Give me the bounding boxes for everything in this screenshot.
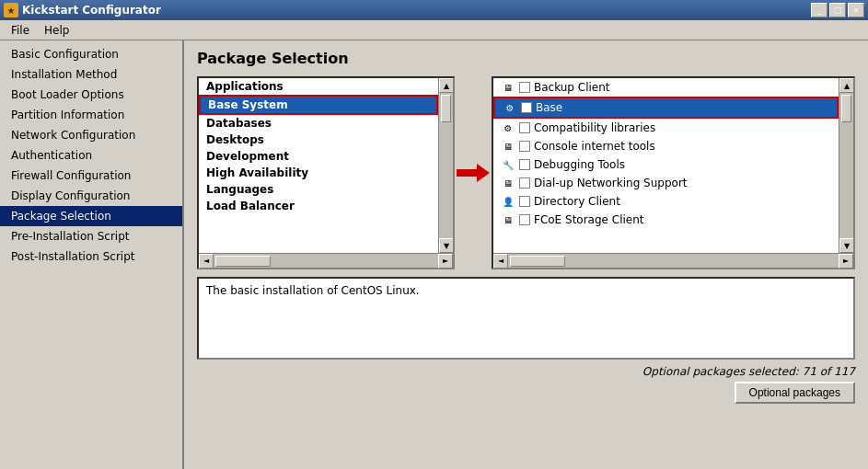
- hscroll-thumb[interactable]: [510, 256, 565, 267]
- pkg-icon: 🖥: [501, 139, 515, 154]
- sidebar-item-installation-method[interactable]: Installation Method: [0, 64, 182, 85]
- minimize-button[interactable]: _: [811, 3, 827, 17]
- scroll-track: [439, 93, 453, 238]
- optional-text: Optional packages selected: 71 of 117: [197, 365, 855, 378]
- scroll-thumb[interactable]: [841, 95, 851, 122]
- scroll-up-btn[interactable]: ▲: [439, 78, 453, 93]
- list-item[interactable]: Base System: [199, 95, 438, 115]
- window-title: Kickstart Configurator: [22, 4, 161, 17]
- list-item[interactable]: Applications: [199, 78, 438, 95]
- sidebar: Basic Configuration Installation Method …: [0, 40, 184, 469]
- pkg-checkbox[interactable]: [521, 102, 532, 113]
- category-list-scrollbar[interactable]: ▲ ▼: [438, 78, 453, 253]
- list-item[interactable]: ⚙ Compatibility libraries: [493, 119, 839, 137]
- hscroll-thumb[interactable]: [215, 256, 271, 267]
- pkg-checkbox[interactable]: [519, 82, 530, 93]
- list-item[interactable]: ⚙ Base: [493, 97, 839, 119]
- list-item[interactable]: Development: [199, 148, 438, 165]
- arrow-container: [455, 76, 492, 269]
- scroll-left-btn[interactable]: ◄: [199, 254, 214, 269]
- list-item[interactable]: Databases: [199, 115, 438, 132]
- menu-file[interactable]: File: [4, 22, 37, 39]
- pkg-checkbox[interactable]: [519, 177, 530, 189]
- maximize-button[interactable]: □: [829, 3, 846, 17]
- item-label: Base: [536, 101, 562, 114]
- page-title: Package Selection: [197, 50, 855, 67]
- pkg-icon: 🖥: [501, 176, 515, 190]
- sidebar-item-basic-configuration[interactable]: Basic Configuration: [0, 44, 182, 64]
- item-label: Backup Client: [534, 81, 610, 94]
- pkg-checkbox[interactable]: [519, 122, 530, 133]
- item-label: Debugging Tools: [534, 158, 625, 171]
- list-item[interactable]: High Availability: [199, 165, 438, 181]
- scroll-left-btn[interactable]: ◄: [493, 254, 508, 269]
- pkg-checkbox[interactable]: [519, 141, 530, 152]
- item-label: Databases: [206, 117, 272, 130]
- package-lists-row: Applications Base System Databases Deskt…: [197, 76, 855, 269]
- pkg-checkbox[interactable]: [519, 214, 530, 225]
- category-list-panel: Applications Base System Databases Deskt…: [197, 76, 455, 269]
- hscroll-track: [508, 254, 839, 268]
- sidebar-item-post-installation-script[interactable]: Post-Installation Script: [0, 246, 182, 267]
- scroll-thumb[interactable]: [441, 95, 451, 122]
- scroll-track: [839, 93, 853, 238]
- item-label: Directory Client: [534, 195, 620, 208]
- description-text: The basic installation of CentOS Linux.: [206, 284, 420, 297]
- title-bar: ★ Kickstart Configurator _ □ ×: [0, 0, 868, 20]
- item-label: FCoE Storage Client: [534, 213, 644, 226]
- app-icon: ★: [4, 3, 18, 17]
- arrow-icon: [457, 162, 490, 184]
- description-box: The basic installation of CentOS Linux.: [197, 277, 855, 360]
- list-item[interactable]: Desktops: [199, 132, 438, 148]
- scroll-down-btn[interactable]: ▼: [839, 238, 853, 253]
- package-list-scroll-container: 🖥 Backup Client ⚙ Base ⚙ Compati: [493, 78, 853, 253]
- list-item[interactable]: 👤 Directory Client: [493, 192, 839, 211]
- item-label: Compatibility libraries: [534, 121, 655, 134]
- optional-packages-button[interactable]: Optional packages: [735, 382, 855, 404]
- category-list-hscrollbar[interactable]: ◄ ►: [199, 253, 453, 268]
- item-label: Console internet tools: [534, 140, 655, 153]
- list-item[interactable]: 🖥 Dial-up Networking Support: [493, 174, 839, 192]
- list-item[interactable]: Languages: [199, 181, 438, 198]
- item-label: High Availability: [206, 166, 308, 179]
- scroll-down-btn[interactable]: ▼: [439, 238, 453, 253]
- package-list-hscrollbar[interactable]: ◄ ►: [493, 253, 853, 268]
- pkg-icon: 🖥: [501, 212, 515, 227]
- list-item[interactable]: 🖥 FCoE Storage Client: [493, 211, 839, 229]
- sidebar-item-pre-installation-script[interactable]: Pre-Installation Script: [0, 226, 182, 246]
- right-arrow-svg: [457, 162, 490, 184]
- list-item[interactable]: 🖥 Console internet tools: [493, 137, 839, 155]
- title-bar-left: ★ Kickstart Configurator: [4, 3, 161, 17]
- sidebar-item-partition-information[interactable]: Partition Information: [0, 105, 182, 125]
- pkg-checkbox[interactable]: [519, 196, 530, 207]
- content-area: Package Selection Applications Base Syst…: [184, 40, 868, 469]
- item-label: Applications: [206, 80, 284, 93]
- scroll-up-btn[interactable]: ▲: [839, 78, 853, 93]
- package-list-scrollbar[interactable]: ▲ ▼: [839, 78, 853, 253]
- sidebar-item-firewall-configuration[interactable]: Firewall Configuration: [0, 166, 182, 186]
- scroll-right-btn[interactable]: ►: [438, 254, 453, 269]
- sidebar-item-display-configuration[interactable]: Display Configuration: [0, 186, 182, 206]
- pkg-icon: 🔧: [501, 157, 515, 172]
- sidebar-item-network-configuration[interactable]: Network Configuration: [0, 125, 182, 145]
- svg-marker-0: [457, 164, 490, 182]
- item-label: Dial-up Networking Support: [534, 177, 688, 189]
- menu-help[interactable]: Help: [37, 22, 76, 39]
- list-item[interactable]: 🔧 Debugging Tools: [493, 155, 839, 174]
- item-label: Desktops: [206, 133, 264, 146]
- sidebar-item-boot-loader-options[interactable]: Boot Loader Options: [0, 85, 182, 105]
- close-button[interactable]: ×: [848, 3, 864, 17]
- pkg-icon: ⚙: [501, 120, 515, 135]
- sidebar-item-package-selection[interactable]: Package Selection: [0, 206, 182, 226]
- pkg-checkbox[interactable]: [519, 159, 530, 170]
- menu-bar: File Help: [0, 20, 868, 40]
- pkg-icon: 🖥: [501, 80, 515, 95]
- sidebar-item-authentication[interactable]: Authentication: [0, 145, 182, 166]
- category-list: Applications Base System Databases Deskt…: [199, 78, 438, 253]
- list-item[interactable]: 🖥 Backup Client: [493, 78, 839, 97]
- list-item[interactable]: Load Balancer: [199, 198, 438, 214]
- scroll-right-btn[interactable]: ►: [839, 254, 853, 269]
- category-list-scroll-container: Applications Base System Databases Deskt…: [199, 78, 453, 253]
- package-list-panel: 🖥 Backup Client ⚙ Base ⚙ Compati: [492, 76, 855, 269]
- item-label: Base System: [208, 98, 288, 111]
